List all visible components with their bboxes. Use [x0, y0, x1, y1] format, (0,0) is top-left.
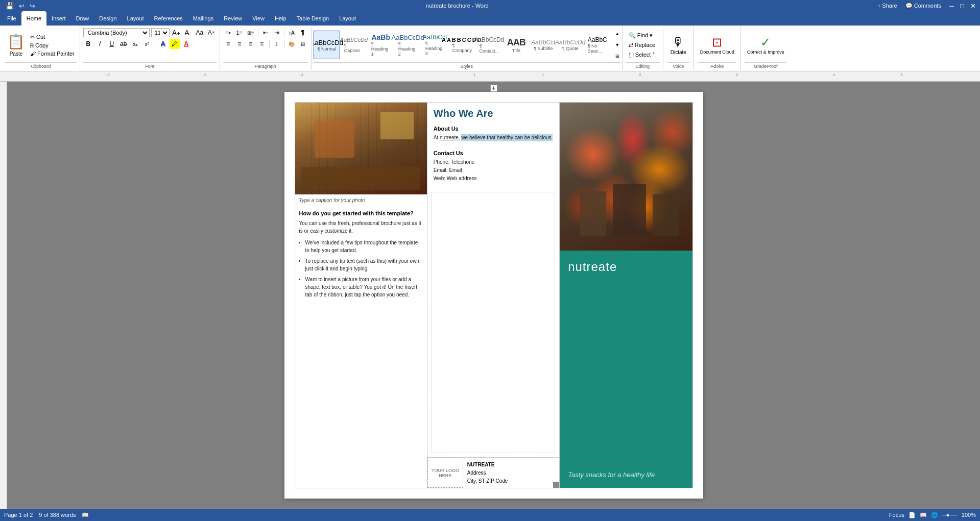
styles-scroll-down[interactable]: ▼ — [612, 40, 620, 50]
adobe-label: Adobe — [698, 62, 736, 69]
style-contact[interactable]: AaBbCcDd ¶ Contact... — [476, 31, 503, 59]
style-caption[interactable]: AaBbCcDd ¶ Caption — [341, 31, 367, 59]
styles-scroll-up[interactable]: ▲ — [612, 29, 620, 39]
tab-help[interactable]: Help — [270, 11, 292, 26]
bullets-button[interactable]: ≡• — [223, 28, 233, 38]
font-grow-button[interactable]: A+ — [171, 28, 181, 38]
shading-button[interactable]: 🎨 — [286, 39, 297, 49]
replace-button[interactable]: ⇄ Replace — [626, 41, 660, 49]
tab-review[interactable]: Review — [219, 11, 247, 26]
text-effects-button[interactable]: A — [158, 39, 168, 49]
select-button[interactable]: ⬚ Select ˅ — [626, 51, 660, 59]
document-area[interactable]: ✛ Type a c — [0, 82, 980, 509]
format-painter-button[interactable]: 🖌 Format Painter — [28, 50, 77, 57]
bold-button[interactable]: B — [83, 39, 93, 49]
dictate-button[interactable]: 🎙 Dictate — [668, 33, 688, 57]
borders-button[interactable]: ⊟ — [298, 39, 308, 49]
highlighted-text: we believe that healthy can be delicious… — [461, 134, 553, 141]
align-left-button[interactable]: ≡ — [223, 39, 233, 49]
style-heading2-label: ¶ Heading 2 — [398, 41, 418, 57]
style-normal[interactable]: AaBbCcDd ¶ Normal — [314, 31, 340, 59]
scissors-icon: ✂ — [30, 34, 35, 40]
font-name-select[interactable]: Cambria (Body) — [83, 28, 150, 37]
tab-home[interactable]: Home — [21, 11, 46, 26]
save-button[interactable]: 💾 — [4, 2, 15, 10]
address-line2: City, ST ZIP Code — [467, 477, 508, 485]
paste-label: Paste — [10, 51, 23, 57]
decrease-indent-button[interactable]: ⇤ — [260, 28, 271, 38]
superscript-button[interactable]: x² — [142, 39, 152, 49]
numbering-button[interactable]: 1≡ — [234, 28, 245, 38]
adobe-doc-cloud-button[interactable]: ⊡ Document Cloud — [698, 33, 736, 57]
correct-improve-button[interactable]: ✓ Correct & Improve — [745, 33, 786, 57]
cut-button[interactable]: ✂ Cut — [28, 33, 77, 41]
font-group-label: Font — [83, 62, 217, 69]
styles-expand[interactable]: ⊞ — [612, 51, 620, 61]
style-heading3[interactable]: AaBbCcI ¶ Heading 3 — [422, 31, 448, 59]
share-button[interactable]: ↑ Share — [878, 3, 897, 9]
resize-handle[interactable] — [553, 482, 559, 488]
tab-file[interactable]: File — [2, 11, 21, 26]
justify-button[interactable]: ≡ — [257, 39, 267, 49]
line-spacing-button[interactable]: ↕ — [272, 39, 282, 49]
nutreate-link[interactable]: nutreate — [440, 135, 459, 140]
tab-layout2[interactable]: Layout — [334, 11, 361, 26]
style-caption-label: ¶ Caption — [344, 43, 364, 53]
style-company[interactable]: AABBCCDD ¶ Company — [449, 31, 475, 59]
change-case-button[interactable]: Aa — [195, 28, 205, 38]
adobe-icon: ⊡ — [712, 35, 722, 49]
tab-mailings[interactable]: Mailings — [188, 11, 219, 26]
paste-icon: 📋 — [7, 33, 25, 50]
style-subtitle[interactable]: AaBbCcI ¶ Subtitle — [530, 31, 557, 59]
tab-view[interactable]: View — [247, 11, 270, 26]
brand-tagline: Tasty snacks for a healthy life — [568, 471, 684, 479]
minimize-button[interactable]: ─ — [949, 2, 954, 10]
tab-table-design[interactable]: Table Design — [292, 11, 334, 26]
tab-draw[interactable]: Draw — [71, 11, 94, 26]
style-heading1[interactable]: AaBb ¶ Heading 1 — [368, 31, 394, 59]
styles-group-label: Styles — [314, 62, 620, 69]
copy-button[interactable]: ⎘ Copy — [28, 42, 77, 49]
style-quote[interactable]: AaBbCcDd ¶ Quote — [557, 31, 584, 59]
cut-label: Cut — [36, 34, 45, 40]
align-center-button[interactable]: ≡ — [234, 39, 245, 49]
style-heading2[interactable]: AaBbCcDd ¶ Heading 2 — [395, 31, 421, 59]
maximize-button[interactable]: □ — [960, 2, 964, 10]
paste-button[interactable]: 📋 Paste — [5, 32, 27, 58]
align-right-button[interactable]: ≡ — [246, 39, 256, 49]
undo-button[interactable]: ↩ — [17, 2, 26, 10]
font-size-select[interactable]: 11 — [151, 28, 170, 37]
font-shrink-button[interactable]: A- — [183, 28, 193, 38]
sort-button[interactable]: ↕A — [286, 28, 297, 38]
clear-formatting-button[interactable]: A✕ — [206, 28, 217, 38]
move-handle[interactable]: ✛ — [490, 85, 497, 92]
underline-button[interactable]: U — [107, 39, 117, 49]
address-line1: Address — [467, 469, 508, 477]
checkmark-icon: ✓ — [760, 35, 771, 49]
tab-insert[interactable]: Insert — [46, 11, 71, 26]
multilevel-button[interactable]: ⊞≡ — [246, 28, 256, 38]
brand-name: nutreate — [568, 260, 684, 274]
find-button[interactable]: 🔍 Find ▾ — [626, 31, 660, 40]
subscript-button[interactable]: x₂ — [130, 39, 140, 49]
logo-placeholder[interactable]: YOUR LOGO HERE — [427, 458, 463, 488]
right-photo[interactable] — [560, 103, 692, 251]
increase-indent-button[interactable]: ⇥ — [272, 28, 282, 38]
close-button[interactable]: ✕ — [970, 2, 976, 10]
redo-button[interactable]: ↪ — [28, 2, 37, 10]
style-title[interactable]: AAB Title — [503, 31, 530, 59]
italic-button[interactable]: I — [95, 39, 105, 49]
photo-caption[interactable]: Type a caption for your photo — [295, 194, 427, 206]
style-nospace[interactable]: AaBbC ¶ No Spac... — [584, 31, 611, 59]
left-photo[interactable] — [295, 103, 427, 194]
tab-references[interactable]: References — [149, 11, 188, 26]
comments-button[interactable]: 💬 Comments — [905, 3, 941, 9]
ruler: -3 -2 -1 | 1 2 3 4 5 — [0, 71, 980, 82]
tab-design[interactable]: Design — [94, 11, 122, 26]
font-color-button[interactable]: A — [181, 39, 192, 49]
show-marks-button[interactable]: ¶ — [298, 28, 308, 38]
strikethrough-button[interactable]: ab — [118, 39, 129, 49]
tab-layout[interactable]: Layout — [122, 11, 149, 26]
page[interactable]: ✛ Type a c — [284, 92, 703, 499]
text-highlight-button[interactable]: 🖊 — [170, 39, 180, 49]
